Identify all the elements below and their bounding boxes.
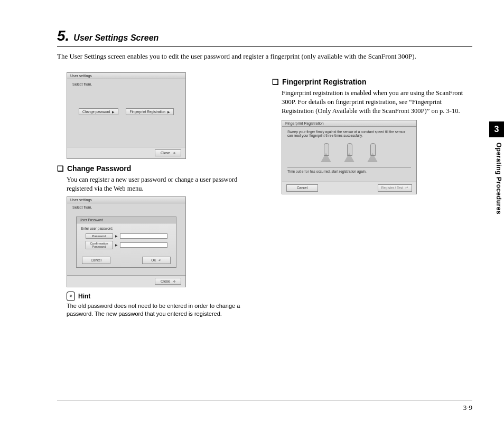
bullet-icon: ❏ bbox=[57, 165, 64, 173]
chevron-right-icon: ▶ bbox=[167, 110, 170, 114]
close-button[interactable]: Close⎆ bbox=[155, 278, 181, 285]
finger-swipe-icon bbox=[320, 143, 332, 163]
button-label: Register / Test bbox=[381, 186, 403, 190]
fingerprint-registration-button[interactable]: Fingerprint Registration▶ bbox=[126, 108, 174, 115]
bullet-icon: ❏ bbox=[272, 78, 279, 86]
chevron-right-icon: ▶ bbox=[115, 234, 118, 238]
chapter-number: 5. bbox=[57, 27, 69, 44]
instruction-text: Sweep your finger firmly against the sen… bbox=[287, 130, 411, 138]
cancel-button[interactable]: Cancel bbox=[286, 184, 318, 192]
password-label: Password bbox=[86, 233, 113, 239]
change-password-body: You can register a new user password or … bbox=[67, 175, 257, 193]
window-title: User settings bbox=[67, 73, 185, 79]
screenshot-fingerprint-registration: Fingerprint Registration Sweep your fing… bbox=[282, 120, 417, 194]
button-label: Close bbox=[161, 151, 170, 155]
confirm-password-input[interactable] bbox=[120, 242, 167, 248]
screenshot-user-settings: User settings Select from. Change passwo… bbox=[67, 72, 186, 159]
password-input[interactable] bbox=[120, 233, 167, 239]
confirm-password-label: Confirmation Password bbox=[86, 241, 113, 249]
intro-paragraph: The User Settings screen enables you to … bbox=[57, 52, 472, 61]
register-test-button: Register / Test↵ bbox=[378, 184, 412, 192]
exit-icon: ⎆ bbox=[173, 151, 175, 155]
exit-icon: ⎆ bbox=[173, 279, 175, 283]
button-label: Cancel bbox=[297, 186, 307, 190]
finger-swipe-icon bbox=[367, 143, 378, 163]
button-label: OK bbox=[151, 258, 156, 262]
panel-prompt: Enter user password. bbox=[81, 227, 172, 230]
footer-rule bbox=[57, 400, 472, 400]
fingerprint-body: Fingerprint registration is enabled when… bbox=[282, 89, 472, 116]
window-title: Fingerprint Registration bbox=[282, 120, 416, 127]
chapter-heading: 5. User Settings Screen bbox=[57, 27, 472, 47]
window-title: User settings bbox=[67, 197, 185, 203]
button-label: Cancel bbox=[91, 258, 101, 262]
hint-label: Hint bbox=[78, 293, 90, 300]
return-icon: ↵ bbox=[405, 186, 408, 190]
heading-text: Change Password bbox=[67, 164, 131, 173]
heading-text: Fingerprint Registration bbox=[282, 78, 366, 86]
chapter-tab: 3 bbox=[489, 121, 504, 137]
chevron-right-icon: ▶ bbox=[112, 110, 115, 114]
change-password-heading: ❏Change Password bbox=[57, 164, 257, 173]
finger-swipe-icon bbox=[343, 143, 355, 163]
ok-button[interactable]: OK↵ bbox=[142, 257, 171, 264]
button-label: Fingerprint Registration bbox=[129, 110, 165, 114]
user-password-panel: User Password Enter user password. Passw… bbox=[76, 217, 176, 268]
chevron-right-icon: ▶ bbox=[115, 243, 118, 247]
button-label: Change password bbox=[82, 110, 110, 114]
chapter-title: User Settings Screen bbox=[73, 33, 158, 42]
page-number: 3-9 bbox=[463, 403, 472, 412]
return-icon: ↵ bbox=[158, 258, 162, 262]
hint-icon: ✧ bbox=[67, 292, 75, 301]
change-password-button[interactable]: Change password▶ bbox=[79, 108, 118, 115]
error-text: Time out error has occurred, start regis… bbox=[287, 167, 411, 173]
cancel-button[interactable]: Cancel bbox=[82, 257, 110, 264]
chapter-side-label: Operating Procedures bbox=[495, 143, 502, 214]
panel-title: User Password bbox=[77, 217, 176, 223]
select-from-label: Select from. bbox=[72, 82, 180, 86]
fingerprint-heading: ❏Fingerprint Registration bbox=[272, 78, 472, 87]
button-label: Close bbox=[161, 279, 170, 283]
screenshot-change-password: User settings Select from. User Password… bbox=[67, 196, 186, 287]
close-button[interactable]: Close⎆ bbox=[155, 149, 181, 156]
hint-text: The old password does not need to be ent… bbox=[67, 302, 257, 318]
select-from-label: Select from. bbox=[72, 205, 180, 209]
